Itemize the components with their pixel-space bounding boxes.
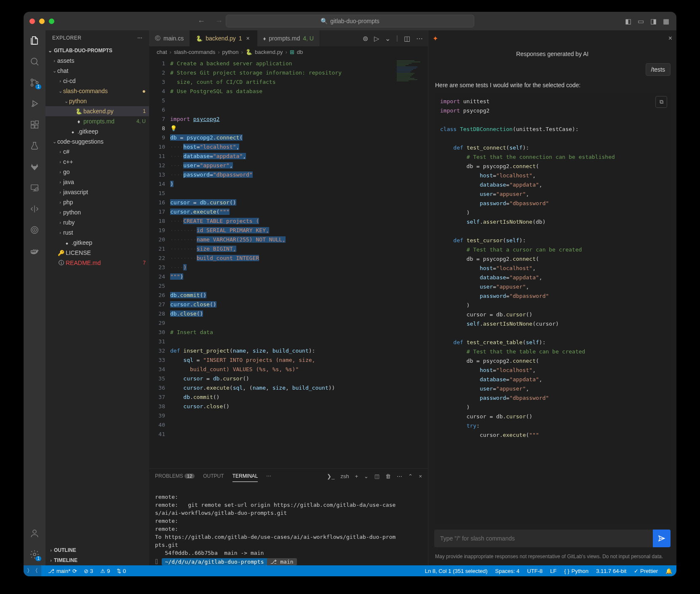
split-terminal-icon[interactable]: ◫ bbox=[374, 473, 379, 479]
python-version[interactable]: 3.11.7 64-bit bbox=[596, 568, 626, 574]
breadcrumb-item[interactable]: chat bbox=[157, 49, 167, 55]
folder-c#[interactable]: ›c# bbox=[45, 147, 149, 157]
run-config-icon[interactable]: ⊚ bbox=[363, 35, 368, 43]
outline-section[interactable]: ›OUTLINE bbox=[45, 545, 149, 555]
close-panel-icon[interactable]: × bbox=[419, 473, 422, 479]
explorer-more-icon[interactable]: ⋯ bbox=[137, 35, 143, 41]
window-controls bbox=[29, 19, 54, 24]
folder-assets[interactable]: ›assets bbox=[45, 56, 149, 66]
chevron-icon: ⌄ bbox=[51, 68, 57, 74]
folder-javascript[interactable]: ›javascript bbox=[45, 187, 149, 197]
terminal-dropdown-icon[interactable]: ⌄ bbox=[364, 473, 369, 479]
indentation[interactable]: Spaces: 4 bbox=[495, 568, 520, 574]
terminal-tab[interactable]: TERMINAL bbox=[232, 473, 258, 482]
remote-indicator[interactable]: 〉〈 bbox=[24, 565, 41, 576]
encoding[interactable]: UTF-8 bbox=[527, 568, 542, 574]
project-section[interactable]: ⌄ GITLAB-DUO-PROMPTS bbox=[45, 45, 149, 56]
folder-ruby[interactable]: ›ruby bbox=[45, 217, 149, 227]
editor[interactable]: 1234567891011121314151617181920212223242… bbox=[149, 57, 428, 468]
cursor-position[interactable]: Ln 8, Col 1 (351 selected) bbox=[425, 568, 488, 574]
file-.gitkeep[interactable]: ⬥.gitkeep bbox=[45, 238, 149, 248]
run-debug-icon[interactable] bbox=[29, 98, 40, 110]
problems-tab[interactable]: PROBLEMS 12 bbox=[155, 473, 195, 479]
activity-bar: 1 1 bbox=[24, 30, 45, 565]
folder-go[interactable]: ›go bbox=[45, 167, 149, 177]
prettier-status[interactable]: ✓ Prettier bbox=[634, 568, 658, 574]
breadcrumb-item[interactable]: python bbox=[222, 49, 239, 55]
folder-ci-cd[interactable]: ›ci-cd bbox=[45, 76, 149, 86]
maximize-window-icon[interactable] bbox=[49, 19, 54, 24]
layout-secondary-icon[interactable]: ◨ bbox=[650, 17, 658, 25]
layout-primary-icon[interactable]: ◧ bbox=[625, 17, 633, 25]
folder-chat[interactable]: ⌄chat bbox=[45, 66, 149, 76]
close-tab-icon[interactable]: × bbox=[245, 35, 251, 42]
tab-backend.py[interactable]: 🐍backend.py1× bbox=[190, 30, 257, 46]
folder-java[interactable]: ›java bbox=[45, 177, 149, 187]
folder-python[interactable]: ›python bbox=[45, 207, 149, 217]
panel-more-icon[interactable]: ⋯ bbox=[266, 473, 271, 479]
copy-code-icon[interactable]: ⧉ bbox=[655, 96, 667, 108]
output-tab[interactable]: OUTPUT bbox=[203, 473, 224, 479]
file-prompts.md[interactable]: ♦prompts.md4, U bbox=[45, 116, 149, 126]
timeline-section[interactable]: ›TIMELINE bbox=[45, 555, 149, 565]
breadcrumbs[interactable]: chat›slash-commands›python›🐍 backend.py›… bbox=[149, 46, 428, 57]
close-window-icon[interactable] bbox=[29, 19, 35, 24]
nav-back-icon[interactable]: ← bbox=[198, 17, 205, 26]
problems-indicator[interactable]: ⊘ 3 ⚠ 9 bbox=[84, 568, 110, 574]
breadcrumb-item[interactable]: db bbox=[297, 49, 303, 55]
settings-icon[interactable]: 1 bbox=[29, 549, 40, 560]
close-ai-icon[interactable]: × bbox=[668, 35, 672, 42]
kill-terminal-icon[interactable]: 🗑 bbox=[385, 473, 391, 479]
send-button[interactable] bbox=[653, 530, 671, 547]
layout-customize-icon[interactable]: ▦ bbox=[663, 17, 671, 25]
eol[interactable]: LF bbox=[550, 568, 556, 574]
breadcrumb-item[interactable]: slash-commands bbox=[174, 49, 215, 55]
language-mode[interactable]: { } Python bbox=[564, 568, 588, 574]
file-README.md[interactable]: ⓘREADME.md7 bbox=[45, 258, 149, 268]
layout-panel-icon[interactable]: ▭ bbox=[638, 17, 645, 25]
ai-code-content[interactable]: import unittest import psycopg2 class Te… bbox=[440, 97, 665, 440]
folder-c++[interactable]: ›c++ bbox=[45, 157, 149, 167]
testing-icon[interactable] bbox=[29, 140, 40, 152]
tab-prompts.md[interactable]: ♦prompts.md4, U bbox=[257, 30, 320, 46]
editor-more-icon[interactable]: ⋯ bbox=[416, 35, 423, 43]
target-icon[interactable] bbox=[29, 224, 40, 236]
terminal-content[interactable]: remote: remote: git remote set-url origi… bbox=[149, 483, 428, 565]
ai-input[interactable] bbox=[434, 530, 653, 547]
new-terminal-icon[interactable]: + bbox=[355, 473, 358, 479]
folder-python[interactable]: ⌄python bbox=[45, 96, 149, 106]
chevron-icon: ⌄ bbox=[57, 88, 63, 94]
terminal-shell-icon[interactable]: ❯_ bbox=[327, 473, 334, 479]
search-icon[interactable] bbox=[29, 56, 40, 67]
gitlens-icon[interactable] bbox=[29, 203, 40, 215]
extensions-icon[interactable] bbox=[29, 119, 40, 131]
minimize-window-icon[interactable] bbox=[39, 19, 45, 24]
folder-code-suggestions[interactable]: ⌄code-suggestions bbox=[45, 136, 149, 147]
notifications-icon[interactable]: 🔔 bbox=[665, 568, 672, 574]
docker-icon[interactable] bbox=[29, 245, 40, 257]
breadcrumb-item[interactable]: backend.py bbox=[255, 49, 283, 55]
source-control-icon[interactable]: 1 bbox=[29, 77, 40, 88]
run-icon[interactable]: ▷ bbox=[374, 35, 379, 43]
code-content[interactable]: # Create a backend server application# S… bbox=[170, 57, 395, 468]
remote-explorer-icon[interactable] bbox=[29, 182, 40, 194]
file-.gitkeep[interactable]: ⬥.gitkeep bbox=[45, 126, 149, 136]
folder-php[interactable]: ›php bbox=[45, 197, 149, 207]
command-center[interactable]: 🔍 gitlab-duo-prompts bbox=[226, 15, 474, 27]
gitlab-icon[interactable] bbox=[29, 161, 40, 173]
ports-indicator[interactable]: ⇅ 0 bbox=[117, 568, 126, 574]
terminal-overflow-icon[interactable]: ⋯ bbox=[397, 473, 402, 479]
file-backend.py[interactable]: 🐍backend.py1 bbox=[45, 106, 149, 116]
folder-slash-commands[interactable]: ⌄slash-commands● bbox=[45, 86, 149, 96]
branch-indicator[interactable]: ⎇ main* ⟳ bbox=[48, 568, 77, 574]
explorer-icon[interactable] bbox=[29, 35, 40, 46]
split-editor-icon[interactable]: ◫ bbox=[404, 35, 410, 43]
maximize-panel-icon[interactable]: ⌃ bbox=[408, 473, 413, 479]
minimap[interactable] bbox=[395, 57, 428, 468]
accounts-icon[interactable] bbox=[29, 527, 40, 539]
run-dropdown-icon[interactable]: ⌄ bbox=[385, 35, 390, 43]
file-LICENSE[interactable]: 🔑LICENSE bbox=[45, 248, 149, 258]
tab-main.cs[interactable]: Ⓒmain.cs bbox=[149, 30, 190, 46]
nav-forward-icon[interactable]: → bbox=[215, 17, 223, 26]
folder-rust[interactable]: ›rust bbox=[45, 227, 149, 238]
